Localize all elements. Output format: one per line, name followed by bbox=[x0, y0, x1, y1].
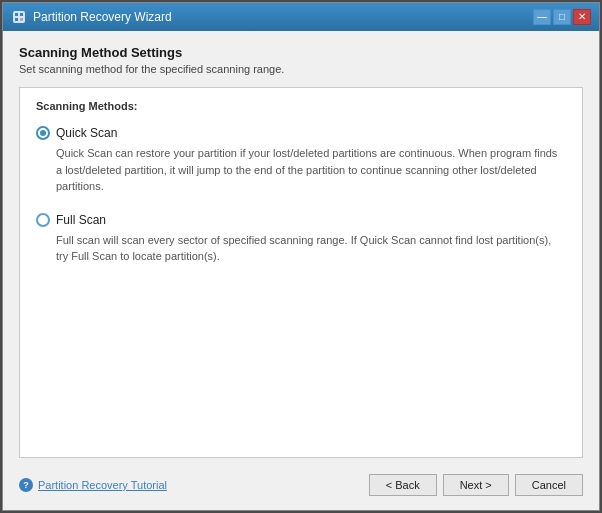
full-scan-label-row[interactable]: Full Scan bbox=[36, 213, 566, 227]
help-link[interactable]: ? Partition Recovery Tutorial bbox=[19, 478, 369, 492]
cancel-button[interactable]: Cancel bbox=[515, 474, 583, 496]
svg-rect-4 bbox=[20, 18, 23, 21]
window-controls: — □ ✕ bbox=[533, 9, 591, 25]
quick-scan-option: Quick Scan Quick Scan can restore your p… bbox=[36, 126, 566, 195]
page-subtitle: Set scanning method for the specified sc… bbox=[19, 63, 583, 75]
svg-rect-2 bbox=[15, 18, 18, 21]
full-scan-description: Full scan will scan every sector of spec… bbox=[56, 232, 566, 265]
quick-scan-description: Quick Scan can restore your partition if… bbox=[56, 145, 566, 195]
next-button[interactable]: Next > bbox=[443, 474, 509, 496]
maximize-button[interactable]: □ bbox=[553, 9, 571, 25]
page-title: Scanning Method Settings bbox=[19, 45, 583, 60]
svg-rect-0 bbox=[13, 11, 25, 23]
panel-title: Scanning Methods: bbox=[36, 100, 566, 112]
app-icon bbox=[11, 9, 27, 25]
radio-group: Quick Scan Quick Scan can restore your p… bbox=[36, 126, 566, 265]
help-link-text: Partition Recovery Tutorial bbox=[38, 479, 167, 491]
back-button[interactable]: < Back bbox=[369, 474, 437, 496]
quick-scan-radio[interactable] bbox=[36, 126, 50, 140]
help-icon: ? bbox=[19, 478, 33, 492]
content-area: Scanning Method Settings Set scanning me… bbox=[3, 31, 599, 510]
minimize-button[interactable]: — bbox=[533, 9, 551, 25]
title-bar: Partition Recovery Wizard — □ ✕ bbox=[3, 3, 599, 31]
footer: ? Partition Recovery Tutorial < Back Nex… bbox=[19, 466, 583, 500]
main-window: Partition Recovery Wizard — □ ✕ Scanning… bbox=[2, 2, 600, 511]
full-scan-option: Full Scan Full scan will scan every sect… bbox=[36, 213, 566, 265]
close-button[interactable]: ✕ bbox=[573, 9, 591, 25]
nav-buttons: < Back Next > Cancel bbox=[369, 474, 583, 496]
quick-scan-label-row[interactable]: Quick Scan bbox=[36, 126, 566, 140]
svg-rect-3 bbox=[20, 13, 23, 16]
full-scan-label: Full Scan bbox=[56, 213, 106, 227]
full-scan-radio[interactable] bbox=[36, 213, 50, 227]
window-title: Partition Recovery Wizard bbox=[33, 10, 533, 24]
scanning-methods-panel: Scanning Methods: Quick Scan Quick Scan … bbox=[19, 87, 583, 458]
svg-rect-1 bbox=[15, 13, 18, 16]
quick-scan-label: Quick Scan bbox=[56, 126, 117, 140]
